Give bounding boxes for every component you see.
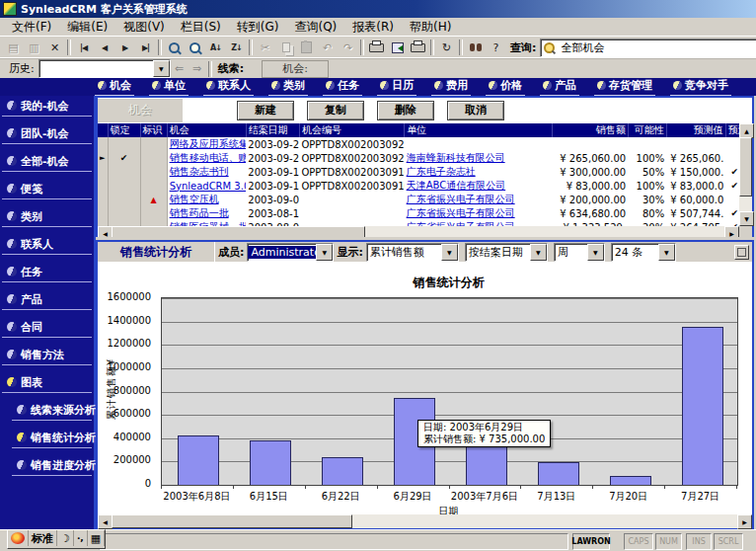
next-record-icon[interactable]: ▶ bbox=[114, 39, 135, 56]
tab-日历[interactable]: 日历 bbox=[377, 78, 416, 96]
maximize-panel-button[interactable] bbox=[734, 245, 749, 260]
chevron-down-icon[interactable]: ▼ bbox=[658, 244, 675, 261]
tab-机会[interactable]: 机会 bbox=[95, 78, 134, 96]
menu-item[interactable]: 帮助(H) bbox=[402, 17, 459, 38]
ime-mode-button[interactable]: 标准 bbox=[29, 530, 57, 546]
unit-link[interactable]: 海南蜂新科技有限公司 bbox=[405, 151, 553, 165]
取消-button[interactable]: 取消 bbox=[447, 101, 504, 120]
chart-horizontal-scrollbar[interactable]: ◀ ▶ bbox=[98, 514, 752, 528]
table-row[interactable]: 销售药品一批2003-08-11广东省振兴电子有限公司¥ 634,680.008… bbox=[98, 206, 739, 220]
tab-类别[interactable]: 类别 bbox=[268, 78, 308, 96]
table-row[interactable]: ▲销售空压机2003-09-09广东省振兴电子有限公司¥ 200,000.003… bbox=[98, 193, 739, 206]
menu-item[interactable]: 报表(R) bbox=[344, 17, 402, 38]
chevron-down-icon[interactable]: ▼ bbox=[587, 244, 604, 261]
first-record-icon[interactable]: |◀ bbox=[73, 39, 94, 56]
sidebar-item[interactable]: 我的-机会 bbox=[2, 96, 92, 117]
opportunity-link[interactable]: SynleadCRM 3.0 bbox=[167, 179, 246, 193]
chevron-down-icon[interactable]: ▼ bbox=[153, 60, 170, 77]
tab-存货管理[interactable]: 存货管理 bbox=[594, 78, 655, 96]
find-icon[interactable] bbox=[465, 39, 486, 56]
menu-item[interactable]: 编辑(E) bbox=[59, 17, 115, 38]
table-row[interactable]: 销售杂志书刊2003-09-16OPPTD8X0020030916001广东电子… bbox=[98, 165, 739, 179]
ime-fullhalf-button[interactable]: ☽ bbox=[57, 530, 74, 546]
sidebar-item[interactable]: 产品 bbox=[2, 289, 92, 310]
member-select[interactable]: Administrator ▼ bbox=[247, 243, 334, 262]
删除-button[interactable]: 删除 bbox=[377, 101, 434, 120]
unit-link[interactable] bbox=[405, 137, 553, 151]
period-select[interactable]: 周 ▼ bbox=[554, 243, 605, 262]
bar-6月22日[interactable] bbox=[322, 457, 363, 485]
sort-ascending-icon[interactable]: A↓ bbox=[205, 39, 226, 56]
sidebar-item[interactable]: 联系人 bbox=[2, 234, 92, 255]
group-by-select[interactable]: 按结案日期 ▼ bbox=[465, 243, 548, 262]
opportunity-link[interactable]: 销售杂志书刊 bbox=[167, 165, 246, 179]
sidebar-item[interactable]: 全部-机会 bbox=[2, 151, 92, 172]
sidebar-item[interactable]: 线索来源分析 bbox=[12, 400, 92, 421]
menu-item[interactable]: 视图(V) bbox=[115, 17, 173, 38]
context-help-icon[interactable]: ? bbox=[486, 39, 506, 56]
bar-2003年6月8日[interactable] bbox=[178, 435, 219, 485]
chevron-down-icon[interactable]: ▼ bbox=[441, 244, 458, 261]
export-icon[interactable] bbox=[387, 39, 408, 56]
scroll-left-icon[interactable]: ◀ bbox=[98, 514, 113, 529]
table-row[interactable]: ►✔销售移动电话、赠送2003-09-23OPPTD8X002003092300… bbox=[98, 151, 739, 165]
tab-价格[interactable]: 价格 bbox=[486, 78, 525, 96]
tab-任务[interactable]: 任务 bbox=[323, 78, 362, 96]
table-row[interactable]: 网络及应用系统集成2003-09-23OPPTD8X0020030923001 bbox=[98, 137, 739, 151]
sidebar-item[interactable]: 便笺 bbox=[2, 179, 92, 199]
opportunity-link[interactable]: 销售空压机 bbox=[167, 193, 246, 206]
opportunity-link[interactable]: 网络及应用系统集成 bbox=[167, 137, 246, 151]
opportunity-link[interactable]: 销售移动电话、赠送 bbox=[167, 151, 246, 165]
column-header[interactable]: 标识 bbox=[140, 123, 167, 137]
sidebar-item[interactable]: 任务 bbox=[2, 262, 92, 282]
column-header[interactable]: 预测值 bbox=[666, 123, 725, 137]
scroll-right-icon[interactable]: ▶ bbox=[737, 514, 752, 529]
ime-logo-button[interactable] bbox=[8, 530, 29, 546]
tab-单位[interactable]: 单位 bbox=[149, 78, 189, 96]
sidebar-item[interactable]: 销售方法 bbox=[2, 345, 92, 365]
opportunity-link[interactable]: 销售药品一批 bbox=[167, 206, 246, 220]
display-select[interactable]: 累计销售额 ▼ bbox=[366, 243, 459, 262]
column-header[interactable]: 机会 bbox=[167, 123, 246, 137]
bar-7月20日[interactable] bbox=[610, 476, 651, 485]
sidebar-item[interactable]: 销售统计分析 bbox=[12, 428, 92, 448]
unit-link[interactable]: 广东电子杂志社 bbox=[405, 165, 553, 179]
history-select[interactable]: ▼ bbox=[38, 59, 171, 78]
sidebar-item[interactable]: 销售进度分析 bbox=[12, 455, 92, 476]
chart-hscroll-thumb[interactable] bbox=[112, 514, 352, 528]
column-header[interactable] bbox=[98, 123, 108, 137]
sidebar-item[interactable]: 合同 bbox=[2, 317, 92, 338]
chevron-down-icon[interactable]: ▼ bbox=[316, 244, 333, 261]
scroll-up-icon[interactable]: ▲ bbox=[739, 123, 754, 138]
menu-item[interactable]: 转到(G) bbox=[229, 17, 287, 38]
bar-7月27日[interactable] bbox=[682, 327, 723, 485]
print-preview-icon[interactable] bbox=[408, 39, 428, 56]
column-header[interactable]: 锁定 bbox=[108, 123, 140, 137]
refresh-icon[interactable]: ↻ bbox=[436, 39, 457, 56]
chevron-down-icon[interactable]: ▼ bbox=[530, 244, 547, 261]
prev-record-icon[interactable]: ◀ bbox=[94, 39, 114, 56]
复制-button[interactable]: 复制 bbox=[307, 101, 364, 120]
back-icon[interactable]: ⇐ bbox=[171, 60, 189, 78]
zoom-icon[interactable] bbox=[164, 39, 185, 56]
menu-item[interactable]: 栏目(S) bbox=[173, 17, 229, 38]
column-header[interactable]: 销售额 bbox=[553, 123, 628, 137]
preview-icon[interactable] bbox=[185, 39, 205, 56]
新建-button[interactable]: 新建 bbox=[237, 101, 294, 120]
tab-费用[interactable]: 费用 bbox=[431, 78, 471, 96]
tab-竞争对手[interactable]: 竞争对手 bbox=[670, 78, 731, 96]
sidebar-item[interactable]: 图表 bbox=[2, 372, 92, 393]
column-header[interactable]: 可能性 bbox=[628, 123, 666, 137]
column-header[interactable]: 结案日期 bbox=[246, 123, 299, 137]
column-header[interactable]: 机会编号 bbox=[299, 123, 404, 137]
tab-产品[interactable]: 产品 bbox=[540, 78, 579, 96]
unit-link[interactable]: 天津ABC通信有限公司 bbox=[405, 179, 553, 193]
ime-softkeyboard-button[interactable]: ▦ bbox=[88, 530, 105, 546]
sort-descending-icon[interactable]: Z↓ bbox=[226, 39, 247, 56]
tab-联系人[interactable]: 联系人 bbox=[203, 78, 254, 96]
last-record-icon[interactable]: ▶| bbox=[135, 39, 156, 56]
menu-item[interactable]: 文件(F) bbox=[4, 17, 59, 38]
print-icon[interactable] bbox=[366, 39, 387, 56]
menu-item[interactable]: 查询(Q) bbox=[286, 17, 344, 38]
query-select[interactable]: 全部机会▼ bbox=[540, 39, 756, 57]
